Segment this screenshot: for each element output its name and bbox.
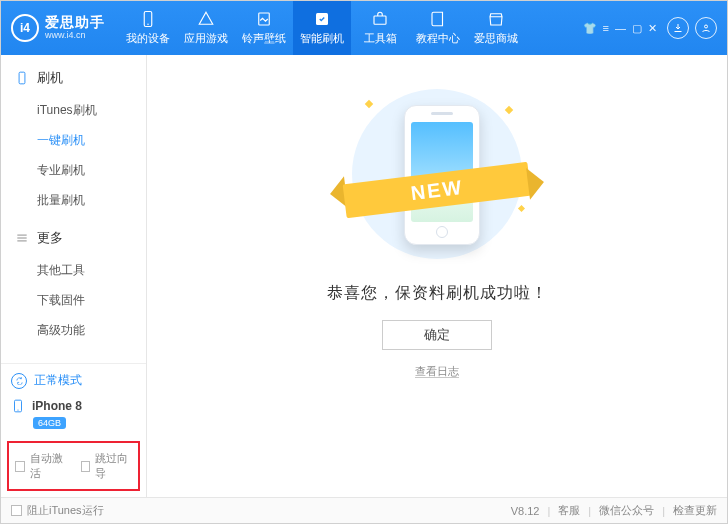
footer-link-wechat[interactable]: 微信公众号: [599, 503, 654, 518]
checkbox-icon: [11, 505, 22, 516]
nav-label: 爱思商城: [474, 31, 518, 46]
more-icon: [15, 231, 29, 245]
sidebar-item-itunes-flash[interactable]: iTunes刷机: [37, 95, 146, 125]
header: i4 爱思助手 www.i4.cn 我的设备 应用游戏 铃声壁纸 智能刷机: [1, 1, 727, 55]
refresh-icon: [11, 373, 27, 389]
nav-toolbox[interactable]: 工具箱: [351, 1, 409, 55]
wallpaper-icon: [255, 10, 273, 28]
nav-apps[interactable]: 应用游戏: [177, 1, 235, 55]
sidebar-item-download-fw[interactable]: 下载固件: [37, 285, 146, 315]
tshirt-icon[interactable]: 👕: [583, 22, 597, 35]
sidebar-item-oneclick-flash[interactable]: 一键刷机: [37, 125, 146, 155]
highlighted-options: 自动激活 跳过向导: [7, 441, 140, 491]
phone-small-icon: [11, 397, 25, 415]
ok-button[interactable]: 确定: [382, 320, 492, 350]
sidebar-item-advanced[interactable]: 高级功能: [37, 315, 146, 345]
svg-rect-4: [374, 16, 386, 24]
window-controls: 👕 ≡ — ▢ ✕: [583, 22, 657, 35]
logo-mark: i4: [11, 14, 39, 42]
device-icon: [15, 71, 29, 85]
skip-guide-checkbox[interactable]: 跳过向导: [81, 451, 133, 481]
book-icon: [429, 10, 447, 28]
main-content: NEW 恭喜您，保资料刷机成功啦！ 确定 查看日志: [147, 55, 727, 497]
svg-rect-6: [19, 72, 25, 84]
nav-label: 我的设备: [126, 31, 170, 46]
svg-point-8: [17, 410, 18, 411]
success-illustration: NEW: [332, 89, 542, 259]
checkbox-label: 自动激活: [30, 451, 67, 481]
logo-subtitle: www.i4.cn: [45, 31, 105, 41]
ribbon-text: NEW: [343, 162, 532, 218]
separator: |: [662, 505, 665, 517]
auto-activate-checkbox[interactable]: 自动激活: [15, 451, 67, 481]
top-nav: 我的设备 应用游戏 铃声壁纸 智能刷机 工具箱 教程中心: [119, 1, 525, 55]
menu-icon[interactable]: ≡: [603, 22, 609, 35]
nav-ringtones[interactable]: 铃声壁纸: [235, 1, 293, 55]
svg-point-5: [705, 25, 708, 28]
footer: 阻止iTunes运行 V8.12 | 客服 | 微信公众号 | 检查更新: [1, 497, 727, 523]
sidebar-group-more[interactable]: 更多: [1, 215, 146, 255]
nav-flash[interactable]: 智能刷机: [293, 1, 351, 55]
checkbox-label: 跳过向导: [95, 451, 132, 481]
nav-label: 铃声壁纸: [242, 31, 286, 46]
maximize-icon[interactable]: ▢: [632, 22, 642, 35]
success-message: 恭喜您，保资料刷机成功啦！: [327, 283, 548, 304]
device-name: iPhone 8: [32, 399, 82, 413]
separator: |: [588, 505, 591, 517]
connected-device[interactable]: iPhone 8: [11, 397, 136, 415]
sidebar-group-title: 刷机: [37, 69, 63, 87]
logo-text: 爱思助手 www.i4.cn: [45, 15, 105, 40]
sidebar-group-flash[interactable]: 刷机: [1, 55, 146, 95]
sidebar: 刷机 iTunes刷机 一键刷机 专业刷机 批量刷机 更多 其他工具 下载固件 …: [1, 55, 147, 497]
nav-my-device[interactable]: 我的设备: [119, 1, 177, 55]
nav-label: 智能刷机: [300, 31, 344, 46]
view-log-link[interactable]: 查看日志: [415, 364, 459, 379]
checkbox-label: 阻止iTunes运行: [27, 503, 104, 518]
minimize-icon[interactable]: —: [615, 22, 626, 35]
sidebar-item-batch-flash[interactable]: 批量刷机: [37, 185, 146, 215]
footer-link-support[interactable]: 客服: [558, 503, 580, 518]
nav-label: 教程中心: [416, 31, 460, 46]
download-button[interactable]: [667, 17, 689, 39]
new-ribbon: NEW: [332, 167, 542, 217]
toolbox-icon: [371, 10, 389, 28]
svg-point-1: [147, 24, 149, 26]
storage-badge: 64GB: [33, 417, 66, 429]
flash-icon: [313, 10, 331, 28]
header-right: 👕 ≡ — ▢ ✕: [583, 17, 727, 39]
nav-mall[interactable]: 爱思商城: [467, 1, 525, 55]
sidebar-group-title: 更多: [37, 229, 63, 247]
nav-label: 应用游戏: [184, 31, 228, 46]
logo[interactable]: i4 爱思助手 www.i4.cn: [1, 14, 119, 42]
version-label: V8.12: [511, 505, 540, 517]
block-itunes-checkbox[interactable]: 阻止iTunes运行: [11, 503, 104, 518]
checkbox-icon: [81, 461, 91, 472]
sidebar-item-other-tools[interactable]: 其他工具: [37, 255, 146, 285]
account-button[interactable]: [695, 17, 717, 39]
footer-link-update[interactable]: 检查更新: [673, 503, 717, 518]
store-icon: [487, 10, 505, 28]
sidebar-item-pro-flash[interactable]: 专业刷机: [37, 155, 146, 185]
checkbox-icon: [15, 461, 25, 472]
phone-icon: [139, 10, 157, 28]
apps-icon: [197, 10, 215, 28]
logo-title: 爱思助手: [45, 15, 105, 30]
nav-tutorials[interactable]: 教程中心: [409, 1, 467, 55]
close-icon[interactable]: ✕: [648, 22, 657, 35]
mode-label: 正常模式: [34, 372, 82, 389]
nav-label: 工具箱: [364, 31, 397, 46]
device-mode[interactable]: 正常模式: [11, 372, 136, 389]
separator: |: [547, 505, 550, 517]
